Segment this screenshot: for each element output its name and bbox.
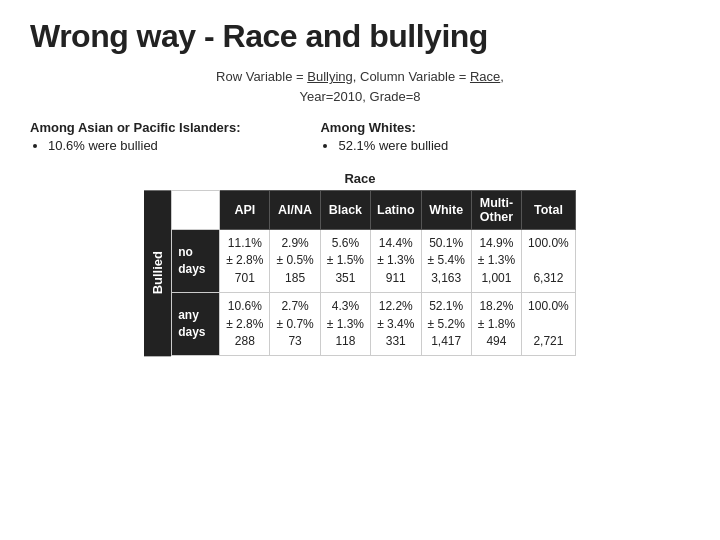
bullet-right-heading: Among Whites: bbox=[320, 120, 448, 135]
cell-nodays-api: 11.1%± 2.8%701 bbox=[220, 230, 270, 293]
page-title: Wrong way - Race and bullying bbox=[30, 18, 690, 55]
bullet-right-item: 52.1% were bullied bbox=[338, 138, 448, 153]
row-label-anydays: anydays bbox=[172, 293, 220, 356]
race-section: Race Bullied API AI/NA Black Latino Whit… bbox=[30, 171, 690, 356]
cell-anydays-multi: 18.2%± 1.8%494 bbox=[471, 293, 521, 356]
subtitle-line2: Year=2010, Grade=8 bbox=[300, 89, 421, 104]
cell-nodays-multi: 14.9%± 1.3%1,001 bbox=[471, 230, 521, 293]
col-header-white: White bbox=[421, 191, 471, 230]
col-header-black: Black bbox=[320, 191, 370, 230]
cell-nodays-latino: 14.4%± 1.3%911 bbox=[371, 230, 422, 293]
bullet-group-left: Among Asian or Pacific Islanders: 10.6% … bbox=[30, 120, 240, 153]
subtitle: Row Variable = Bullying, Column Variable… bbox=[30, 67, 690, 106]
col-header-multi: Multi-Other bbox=[471, 191, 521, 230]
table-row: nodays 11.1%± 2.8%701 2.9%± 0.5%185 5.6%… bbox=[172, 230, 576, 293]
cell-anydays-aina: 2.7%± 0.7%73 bbox=[270, 293, 320, 356]
bullet-left-item: 10.6% were bullied bbox=[48, 138, 240, 153]
subtitle-line1: Row Variable = Bullying, Column Variable… bbox=[216, 69, 504, 84]
cell-nodays-white: 50.1%± 5.4%3,163 bbox=[421, 230, 471, 293]
bullied-label: Bullied bbox=[144, 190, 171, 356]
cell-nodays-total: 100.0%6,312 bbox=[522, 230, 576, 293]
table-row: anydays 10.6%± 2.8%288 2.7%± 0.7%73 4.3%… bbox=[172, 293, 576, 356]
main-table: API AI/NA Black Latino White Multi-Other… bbox=[171, 190, 576, 356]
col-header-latino: Latino bbox=[371, 191, 422, 230]
cell-anydays-black: 4.3%± 1.3%118 bbox=[320, 293, 370, 356]
table-container: Bullied API AI/NA Black Latino White Mul… bbox=[144, 190, 576, 356]
col-header-api: API bbox=[220, 191, 270, 230]
cell-anydays-latino: 12.2%± 3.4%331 bbox=[371, 293, 422, 356]
bullet-group-right: Among Whites: 52.1% were bullied bbox=[320, 120, 448, 153]
row-label-nodays: nodays bbox=[172, 230, 220, 293]
col-header-total: Total bbox=[522, 191, 576, 230]
cell-nodays-aina: 2.9%± 0.5%185 bbox=[270, 230, 320, 293]
cell-anydays-api: 10.6%± 2.8%288 bbox=[220, 293, 270, 356]
cell-anydays-white: 52.1%± 5.2%1,417 bbox=[421, 293, 471, 356]
col-header-aina: AI/NA bbox=[270, 191, 320, 230]
cell-nodays-black: 5.6%± 1.5%351 bbox=[320, 230, 370, 293]
bullet-left-heading: Among Asian or Pacific Islanders: bbox=[30, 120, 240, 135]
race-label: Race bbox=[344, 171, 375, 186]
cell-anydays-total: 100.0%2,721 bbox=[522, 293, 576, 356]
bullets-row: Among Asian or Pacific Islanders: 10.6% … bbox=[30, 120, 690, 153]
corner-header bbox=[172, 191, 220, 230]
page: Wrong way - Race and bullying Row Variab… bbox=[0, 0, 720, 540]
